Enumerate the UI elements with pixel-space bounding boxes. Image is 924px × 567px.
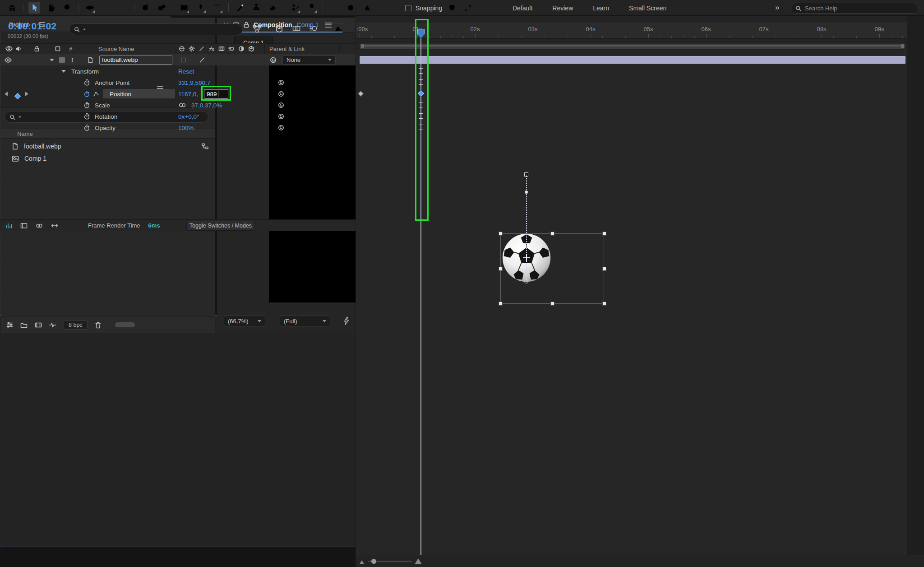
workspace-small-screen[interactable]: Small Screen [629, 5, 666, 12]
workspace-review[interactable]: Review [552, 5, 573, 12]
property-pick-whip-icon[interactable] [278, 125, 284, 131]
zoom-in-mountain-icon[interactable] [415, 558, 422, 564]
layer-visibility-icon[interactable] [5, 57, 12, 63]
layer-expand-caret[interactable] [50, 59, 54, 61]
pan-behind-tool-icon[interactable] [156, 2, 168, 14]
selection-handle[interactable] [499, 267, 503, 271]
shape-tool-icon[interactable] [178, 2, 190, 14]
pan-camera-tool-icon[interactable] [101, 2, 112, 14]
motion-path-start-keyframe[interactable] [524, 172, 528, 177]
current-time-display[interactable]: 0:00:01:02 [8, 21, 57, 32]
property-value[interactable]: 331,9,590,7 [178, 79, 210, 86]
toggle-switches-modes-button[interactable]: Toggle Switches / Modes [186, 221, 255, 231]
selection-handle[interactable] [499, 232, 503, 236]
stopwatch-icon[interactable] [84, 124, 90, 131]
new-folder-icon[interactable] [20, 322, 28, 328]
roto-brush-tool-icon[interactable] [289, 2, 301, 14]
property-row-scale[interactable]: Scale 37,0,37,0% [0, 99, 356, 111]
next-keyframe-icon[interactable] [25, 92, 28, 96]
property-label[interactable]: Opacity [95, 124, 116, 131]
work-area-start-handle[interactable] [361, 44, 364, 48]
stopwatch-icon[interactable] [84, 79, 90, 86]
comp-mini-flowchart-icon[interactable] [253, 25, 262, 33]
property-row-opacity[interactable]: Opacity 100% [0, 122, 356, 133]
property-value[interactable]: 1167,0, [178, 90, 198, 97]
work-area-bar[interactable] [360, 43, 906, 49]
property-pick-whip-icon[interactable] [278, 102, 284, 108]
new-composition-icon[interactable] [35, 322, 42, 328]
resolution-dropdown[interactable]: (Full) [280, 316, 330, 326]
eraser-tool-icon[interactable] [267, 2, 279, 14]
parent-link-dropdown[interactable]: None [282, 56, 336, 65]
stopwatch-icon[interactable] [84, 102, 90, 108]
project-item-comp1[interactable]: Comp 1 [1, 153, 215, 164]
puppet-pin-tool-icon[interactable] [306, 2, 318, 14]
fast-previews-icon[interactable] [342, 316, 351, 325]
parent-pick-whip-icon[interactable] [270, 56, 277, 63]
profiler-icon[interactable] [5, 223, 12, 229]
interpret-footage-icon[interactable] [6, 321, 13, 328]
selection-handle[interactable] [499, 302, 503, 306]
property-row-position[interactable]: Position 1167,0, 989 [0, 88, 356, 99]
collapse-switch-icon[interactable] [180, 57, 186, 63]
project-item-football[interactable]: football.webp [1, 140, 215, 152]
transform-group-row[interactable]: Transform Reset [0, 65, 356, 77]
property-value[interactable]: 0x+0,0° [178, 113, 199, 120]
property-label[interactable]: Scale [95, 102, 110, 108]
layer-duration-bar[interactable] [360, 56, 906, 64]
draft-3d-icon[interactable] [275, 25, 283, 33]
property-pick-whip-icon[interactable] [278, 113, 284, 120]
workspace-learn[interactable]: Learn [593, 5, 609, 12]
home-icon[interactable] [6, 2, 18, 14]
layer-name-field[interactable]: football.webp [99, 56, 172, 65]
transform-expand-caret[interactable] [61, 70, 66, 73]
snapping-label[interactable]: Snapping [416, 5, 442, 12]
graph-editor-icon[interactable] [331, 23, 345, 35]
property-value[interactable]: 37,0,37,0% [191, 102, 222, 108]
snapping-checkbox[interactable] [405, 5, 411, 11]
selection-handle[interactable] [550, 232, 554, 236]
zoom-slider-thumb[interactable] [371, 559, 376, 564]
reset-link[interactable]: Reset [178, 68, 194, 74]
property-value[interactable]: 100% [178, 124, 194, 131]
timeline-track-area[interactable]: :00s 01s 02s 03s 04s 05s 06s 07s 08s 09s… [356, 14, 924, 567]
selection-handle[interactable] [602, 302, 606, 306]
selection-handle[interactable] [602, 267, 606, 271]
magnification-dropdown[interactable]: (66,7%) [224, 316, 265, 326]
track-background[interactable] [356, 50, 924, 555]
time-ruler[interactable]: :00s 01s 02s 03s 04s 05s 06s 07s 08s 09s [356, 23, 924, 39]
clone-stamp-tool-icon[interactable] [250, 2, 262, 14]
motion-path-end-point[interactable] [524, 279, 528, 284]
stopwatch-icon-active[interactable] [84, 90, 90, 97]
keyframe-at-time-icon[interactable] [14, 93, 21, 99]
snap-anchor-icon[interactable] [462, 2, 474, 14]
property-pick-whip-icon[interactable] [278, 79, 284, 86]
workspace-default[interactable]: Default [513, 5, 532, 12]
work-area-end-handle[interactable] [901, 44, 904, 48]
selection-handle[interactable] [550, 302, 554, 306]
trash-icon[interactable] [95, 321, 102, 329]
property-row-rotation[interactable]: Rotation 0x+0,0° [0, 111, 356, 122]
help-search-input[interactable]: Search Help [790, 3, 919, 14]
brush-tool-icon[interactable] [234, 2, 245, 14]
quality-switch-icon[interactable] [199, 57, 205, 63]
layer-row[interactable]: 1 football.webp None [0, 54, 356, 65]
layer-label-chip[interactable] [59, 57, 65, 63]
local-axis-mode-icon[interactable] [328, 2, 340, 14]
position-y-edit-field[interactable]: 989 [204, 89, 228, 98]
snap-edges-icon[interactable] [446, 2, 458, 14]
property-pick-whip-icon[interactable] [278, 91, 284, 97]
audio-waveform-icon[interactable] [49, 322, 56, 328]
expression-graph-icon[interactable] [93, 91, 99, 97]
horizontal-scrollbar-thumb[interactable] [115, 322, 135, 327]
world-axis-mode-icon[interactable] [345, 2, 356, 14]
hand-tool-icon[interactable] [45, 2, 57, 14]
bit-depth-button[interactable]: 8 bpc [64, 321, 88, 330]
timeline-search-input[interactable] [69, 23, 243, 35]
selection-tool-icon[interactable] [28, 2, 40, 14]
index-column-header[interactable]: # [69, 46, 72, 52]
inout-panes-icon[interactable] [51, 223, 58, 229]
source-name-column-header[interactable]: Source Name [98, 46, 134, 52]
property-label[interactable]: Anchor Point [95, 79, 129, 86]
layer-switches-pane-icon[interactable] [20, 223, 28, 229]
